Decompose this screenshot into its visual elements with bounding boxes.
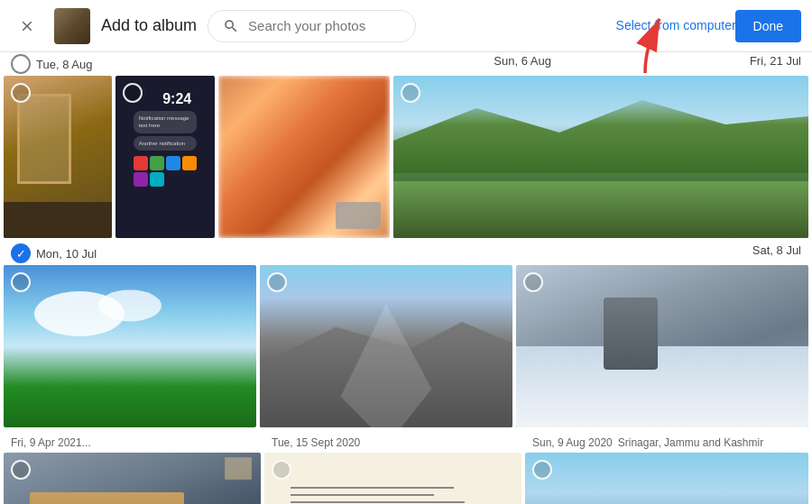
photo-row-2 <box>0 265 812 427</box>
date-fri-9-apr: Fri, 9 Apr 2021... <box>7 436 264 449</box>
photo-cell-rocky-mountain[interactable] <box>260 265 512 427</box>
select-circle-tue-8[interactable] <box>11 54 31 74</box>
photo-select-circle[interactable] <box>11 272 31 292</box>
date-label-row-3: Fri, 9 Apr 2021... Tue, 15 Sept 2020 Sun… <box>0 431 812 453</box>
select-circle-checked[interactable]: ✓ <box>11 243 31 263</box>
photo-grid: Tue, 8 Aug Sun, 6 Aug Fri, 21 Jul 9:24 <box>0 52 812 504</box>
photo-cell-pixelated[interactable] <box>218 76 390 238</box>
search-bar[interactable] <box>208 10 416 42</box>
section-header-row-1: Tue, 8 Aug Sun, 6 Aug Fri, 21 Jul <box>0 52 812 76</box>
photo-select-circle[interactable] <box>11 460 31 480</box>
search-input[interactable] <box>248 18 401 33</box>
photo-cell-sky-landscape[interactable] <box>525 453 808 504</box>
date-label-sat-8-jul: Sat, 8 Jul <box>752 243 801 263</box>
search-icon <box>223 18 239 34</box>
date-tue-15-sept: Tue, 15 Sept 2020 <box>268 436 525 449</box>
photo-row-3 <box>0 453 812 504</box>
date-sun-9-aug: Sun, 9 Aug 2020 Srinagar, Jammu and Kash… <box>529 436 805 449</box>
date-label-fri-21-jul: Fri, 21 Jul <box>750 54 801 74</box>
section-header-row-2: ✓ Mon, 10 Jul Sat, 8 Jul <box>0 242 812 265</box>
album-thumbnail <box>54 8 90 44</box>
photo-cell-sky-clouds[interactable] <box>4 265 256 427</box>
done-button[interactable]: Done <box>735 10 801 42</box>
add-to-album-label: Add to album <box>101 16 197 35</box>
location-label: Srinagar, Jammu and Kashmir <box>618 436 763 449</box>
date-label-tue-8-aug: Tue, 8 Aug <box>11 54 92 74</box>
photo-cell-room[interactable] <box>4 76 112 238</box>
photo-select-circle[interactable] <box>401 83 420 103</box>
header: Add to album Select from computer Done <box>0 0 812 52</box>
photo-select-circle[interactable] <box>532 460 552 480</box>
photo-select-circle[interactable] <box>123 83 143 103</box>
photo-cell-snowy-rocks[interactable] <box>516 265 808 427</box>
photo-cell-mountain[interactable] <box>393 76 808 238</box>
select-from-computer-button[interactable]: Select from computer <box>616 17 724 33</box>
date-label-mon-10-jul: ✓ Mon, 10 Jul <box>11 243 97 263</box>
photo-row-1: 9:24 Notification message text here Anot… <box>0 76 812 238</box>
date-label-sun-6-aug: Sun, 6 Aug <box>494 54 551 74</box>
close-button[interactable] <box>11 10 43 42</box>
photo-cell-note[interactable] <box>264 453 521 504</box>
photo-select-circle[interactable] <box>267 272 287 292</box>
photo-cell-building[interactable] <box>4 453 261 504</box>
photo-cell-phone-screenshot[interactable]: 9:24 Notification message text here Anot… <box>115 76 215 238</box>
photo-select-circle[interactable] <box>11 83 31 103</box>
photo-select-circle[interactable] <box>272 460 291 480</box>
photo-select-circle[interactable] <box>523 272 543 292</box>
